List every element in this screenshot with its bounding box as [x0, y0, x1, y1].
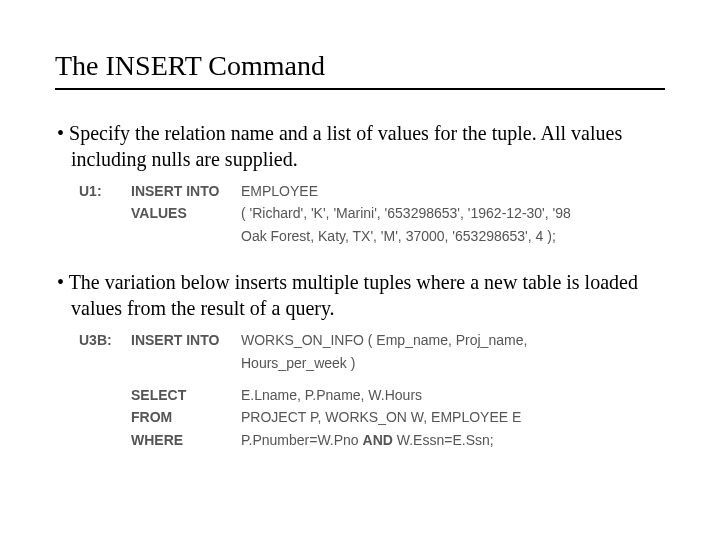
code-label: U1: [79, 180, 131, 202]
insert-target-line-2: Hours_per_week ) [241, 352, 665, 374]
code-label: U3B: [79, 329, 131, 351]
code-row: FROM PROJECT P, WORKS_ON W, EMPLOYEE E [79, 406, 665, 428]
code-row: WHERE P.Pnumber=W.Pno AND W.Essn=E.Ssn; [79, 429, 665, 451]
values-line-1: ( 'Richard', 'K', 'Marini', '653298653',… [241, 202, 665, 224]
slide: The INSERT Command Specify the relation … [0, 0, 720, 451]
title-rule [55, 88, 665, 90]
from-body: PROJECT P, WORKS_ON W, EMPLOYEE E [241, 406, 665, 428]
code-row: U3B: INSERT INTO WORKS_ON_INFO ( Emp_nam… [79, 329, 665, 351]
code-example-u1: U1: INSERT INTO EMPLOYEE VALUES ( 'Richa… [79, 180, 665, 247]
insert-target-line-1: WORKS_ON_INFO ( Emp_name, Proj_name, [241, 329, 665, 351]
insert-target: EMPLOYEE [241, 180, 665, 202]
where-body: P.Pnumber=W.Pno AND W.Essn=E.Ssn; [241, 429, 665, 451]
keyword-from: FROM [131, 406, 241, 428]
keyword-values: VALUES [131, 202, 241, 224]
code-row: SELECT E.Lname, P.Pname, W.Hours [79, 384, 665, 406]
where-part-a: P.Pnumber=W.Pno [241, 432, 363, 448]
keyword-insert-into: INSERT INTO [131, 329, 241, 351]
bullet-1: Specify the relation name and a list of … [55, 120, 665, 172]
values-line-2: Oak Forest, Katy, TX', 'M', 37000, '6532… [241, 225, 665, 247]
code-row: VALUES ( 'Richard', 'K', 'Marini', '6532… [79, 202, 665, 224]
keyword-insert-into: INSERT INTO [131, 180, 241, 202]
keyword-where: WHERE [131, 429, 241, 451]
keyword-and: AND [363, 432, 393, 448]
bullet-2: The variation below inserts multiple tup… [55, 269, 665, 321]
code-example-u3b: U3B: INSERT INTO WORKS_ON_INFO ( Emp_nam… [79, 329, 665, 451]
select-body: E.Lname, P.Pname, W.Hours [241, 384, 665, 406]
slide-title: The INSERT Command [55, 50, 665, 82]
keyword-select: SELECT [131, 384, 241, 406]
where-part-b: W.Essn=E.Ssn; [393, 432, 494, 448]
code-row: U1: INSERT INTO EMPLOYEE [79, 180, 665, 202]
